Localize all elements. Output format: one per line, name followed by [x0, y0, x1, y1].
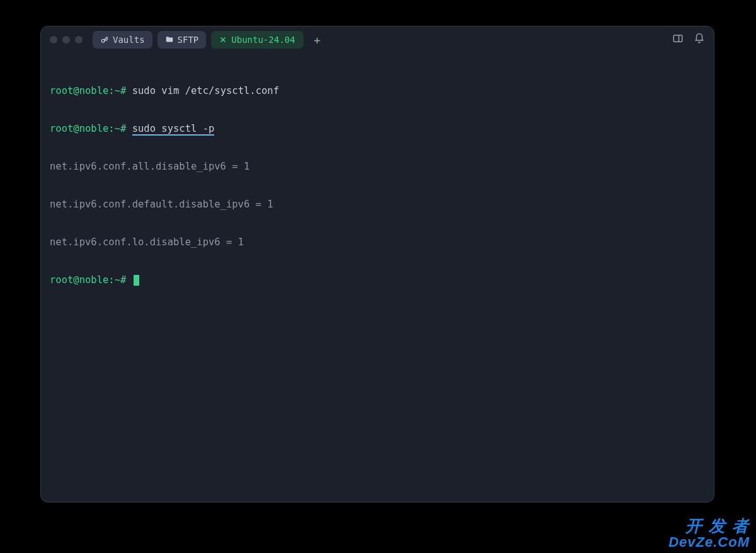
- folder-icon: [165, 35, 174, 44]
- maximize-window-button[interactable]: [75, 36, 83, 44]
- titlebar-actions: [672, 33, 705, 47]
- prompt: root@noble:~#: [50, 123, 126, 134]
- prompt: root@noble:~#: [50, 274, 126, 286]
- bell-icon[interactable]: [694, 33, 705, 47]
- command-text: sudo vim /etc/sysctl.conf: [132, 85, 279, 96]
- svg-rect-1: [673, 35, 682, 42]
- watermark-line2: DevZe.CoM: [668, 535, 750, 549]
- watermark-line1: 开 发 者: [668, 518, 750, 535]
- close-window-button[interactable]: [50, 36, 57, 44]
- terminal-output: net.ipv6.conf.lo.disable_ipv6 = 1: [50, 236, 705, 248]
- tab-label: SFTP: [178, 35, 199, 45]
- tab-vaults[interactable]: Vaults: [93, 31, 152, 49]
- tab-label: Vaults: [113, 35, 145, 45]
- titlebar: Vaults SFTP Ubuntu-24.04: [41, 26, 714, 53]
- terminal-viewport[interactable]: root@noble:~# sudo vim /etc/sysctl.conf …: [41, 53, 714, 502]
- terminal-output: net.ipv6.conf.default.disable_ipv6 = 1: [50, 198, 705, 211]
- svg-point-0: [101, 39, 105, 42]
- new-tab-button[interactable]: +: [309, 32, 325, 48]
- terminal-window: Vaults SFTP Ubuntu-24.04: [40, 26, 714, 503]
- minimize-window-button[interactable]: [62, 36, 70, 44]
- panel-toggle-icon[interactable]: [672, 33, 684, 47]
- prompt: root@noble:~#: [50, 85, 126, 96]
- tab-ubuntu[interactable]: Ubuntu-24.04: [211, 31, 304, 49]
- terminal-cursor: [134, 275, 139, 286]
- terminal-line: root@noble:~#: [50, 274, 705, 286]
- terminal-line: root@noble:~# sudo vim /etc/sysctl.conf: [50, 84, 705, 97]
- key-icon: [100, 35, 109, 44]
- watermark: 开 发 者 DevZe.CoM: [668, 518, 750, 549]
- terminal-line: root@noble:~# sudo sysctl -p: [50, 122, 705, 135]
- command-text: sudo sysctl -p: [132, 123, 215, 136]
- tab-bar: Vaults SFTP Ubuntu-24.04: [93, 31, 325, 49]
- tab-label: Ubuntu-24.04: [231, 35, 295, 45]
- plus-icon: +: [314, 33, 321, 47]
- tab-sftp[interactable]: SFTP: [158, 31, 207, 49]
- traffic-lights: [50, 36, 83, 44]
- close-icon[interactable]: [219, 35, 227, 44]
- terminal-output: net.ipv6.conf.all.disable_ipv6 = 1: [50, 160, 705, 173]
